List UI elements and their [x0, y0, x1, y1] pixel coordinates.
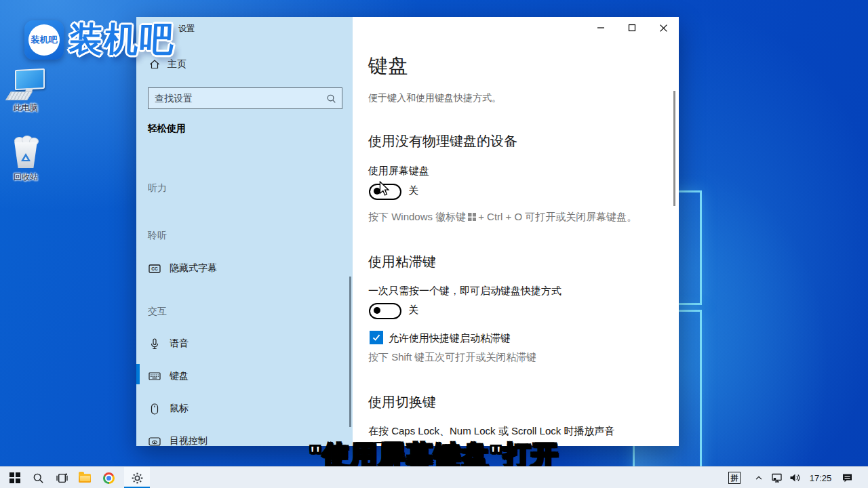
section-heading-sticky-keys: 使用粘滞键 — [368, 253, 436, 271]
desktop-icon-this-pc[interactable]: 此电脑 — [0, 69, 52, 114]
osk-toggle-state: 关 — [408, 184, 418, 197]
file-explorer-button[interactable] — [75, 467, 94, 488]
selected-item-accent-bar — [136, 364, 140, 384]
section-heading-toggle-keys: 使用切换键 — [368, 393, 436, 411]
sidebar-item-speech[interactable]: 语音 — [136, 335, 353, 352]
sticky-hint: 按下 Shift 键五次可打开或关闭粘滞键 — [368, 351, 536, 364]
network-icon — [771, 472, 783, 483]
sidebar-item-closed-captions[interactable]: CC 隐藏式字幕 — [136, 260, 353, 277]
task-view-button[interactable] — [52, 467, 71, 488]
desktop-icon-label: 回收站 — [14, 171, 38, 183]
action-center-icon — [842, 472, 853, 483]
speaker-icon — [789, 472, 801, 483]
this-pc-icon — [8, 69, 43, 100]
osk-toggle-label: 使用屏幕键盘 — [368, 165, 429, 178]
minimize-button[interactable] — [585, 17, 616, 39]
checkmark-icon — [372, 333, 381, 342]
content-scrollbar[interactable] — [673, 91, 675, 206]
maximize-icon — [628, 24, 636, 32]
search-icon — [33, 472, 44, 484]
sticky-keys-toggle[interactable] — [369, 303, 401, 319]
recycle-bin-icon — [10, 136, 41, 169]
page-title: 键盘 — [368, 53, 408, 80]
sticky-checkbox-label: 允许使用快捷键启动粘滞键 — [389, 332, 511, 345]
network-tray-icon[interactable] — [769, 467, 785, 488]
brand-logo-text: 装机吧 — [68, 20, 176, 58]
osk-hint: 按下 Windows 徽标键+ Ctrl + O 可打开或关闭屏幕键盘。 — [368, 211, 637, 224]
windows-start-icon — [9, 472, 20, 483]
gear-icon — [132, 472, 143, 484]
desktop-icon-recycle-bin[interactable]: 回收站 — [0, 136, 52, 183]
sidebar-section-hearing: 听力 — [136, 180, 353, 197]
taskbar: 拼 17:25 — [0, 466, 868, 488]
keyboard-icon — [148, 371, 161, 381]
action-center-button[interactable] — [838, 467, 856, 488]
sticky-toggle-state: 关 — [408, 304, 418, 317]
start-button[interactable] — [5, 467, 24, 488]
close-button[interactable] — [648, 17, 679, 39]
toggle-keys-label: 在按 Caps Lock、Num Lock 或 Scroll Lock 时播放声… — [368, 425, 614, 438]
toggle-knob — [374, 307, 380, 314]
home-icon — [149, 59, 160, 70]
sidebar-item-keyboard[interactable]: 键盘 — [136, 367, 353, 385]
microphone-icon — [148, 338, 161, 350]
sidebar-item-mouse[interactable]: 鼠标 — [136, 400, 353, 418]
sidebar-category-title: 轻松使用 — [148, 123, 186, 135]
tray-expand-button[interactable] — [751, 467, 766, 488]
file-explorer-icon — [79, 474, 91, 483]
sticky-toggle-label: 一次只需按一个键，即可启动键盘快捷方式 — [368, 285, 561, 298]
sidebar-section-listening: 聆听 — [136, 227, 353, 245]
sticky-keys-checkbox[interactable] — [370, 331, 383, 344]
settings-app-button-active[interactable] — [124, 467, 150, 488]
settings-sidebar: 设置 主页 轻松使用 听力 聆听 CC — [136, 17, 353, 446]
task-view-icon — [56, 472, 68, 484]
window-title: 设置 — [178, 23, 195, 35]
chrome-icon — [103, 472, 115, 484]
brand-logo: 装机吧 装机吧 — [24, 20, 175, 60]
minimize-icon — [597, 24, 605, 32]
search-input[interactable] — [149, 93, 326, 104]
taskbar-search-button[interactable] — [28, 467, 47, 488]
windows-logo-icon — [468, 213, 476, 221]
settings-search-box[interactable] — [148, 87, 342, 109]
settings-window: 设置 主页 轻松使用 听力 聆听 CC — [136, 17, 679, 446]
mouse-icon — [148, 403, 161, 415]
volume-tray-icon[interactable] — [787, 467, 803, 488]
desktop-icon-label: 此电脑 — [14, 102, 38, 114]
page-description: 便于键入和使用键盘快捷方式。 — [368, 92, 501, 104]
cc-icon: CC — [148, 264, 161, 274]
sidebar-scrollbar[interactable] — [349, 277, 351, 427]
search-icon[interactable] — [326, 94, 336, 104]
section-heading-osk: 使用没有物理键盘的设备 — [368, 132, 517, 150]
home-label: 主页 — [167, 58, 186, 70]
chrome-button[interactable] — [99, 467, 118, 488]
sidebar-section-interaction: 交互 — [136, 303, 353, 321]
desktop: 此电脑 回收站 设置 主页 轻松使用 — [0, 0, 868, 488]
brand-badge-icon: 装机吧 — [24, 20, 64, 60]
sidebar-item-home[interactable]: 主页 — [149, 58, 186, 70]
close-icon — [659, 24, 668, 33]
chevron-up-icon — [754, 473, 764, 483]
svg-text:CC: CC — [151, 266, 158, 271]
maximize-button[interactable] — [616, 17, 648, 39]
mouse-cursor — [378, 181, 391, 196]
taskbar-clock[interactable]: 17:25 — [806, 467, 835, 488]
ime-indicator[interactable]: 拼 — [726, 467, 743, 488]
